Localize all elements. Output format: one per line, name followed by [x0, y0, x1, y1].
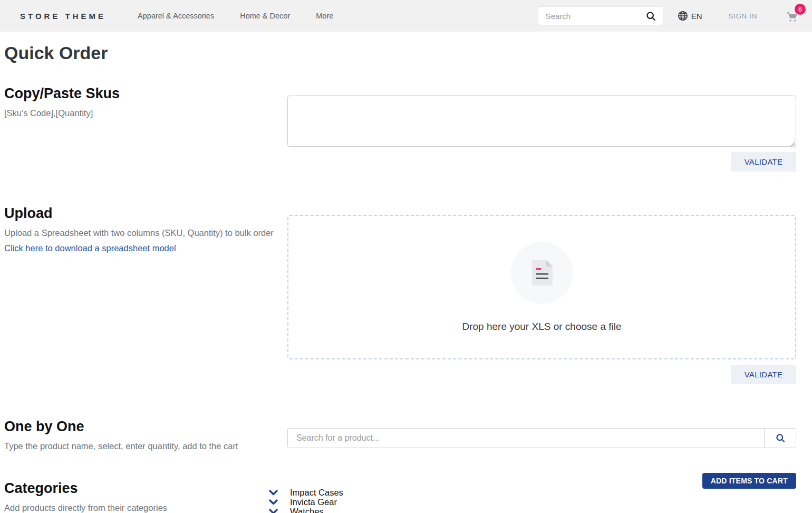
- copy-paste-heading: Copy/Paste Skus: [4, 86, 277, 101]
- upload-heading: Upload: [4, 205, 277, 221]
- category-row-invicta-gear[interactable]: Invicta Gear: [269, 497, 343, 507]
- copy-paste-actions: VALIDATE: [287, 152, 796, 172]
- chevron-down-icon[interactable]: [269, 490, 278, 496]
- cart-button[interactable]: 6: [786, 10, 799, 22]
- product-search-button[interactable]: [764, 429, 796, 448]
- header-right: EN SIGN IN 6: [538, 6, 799, 25]
- page-title: Quick Order: [4, 43, 796, 63]
- categories-content: Impact Cases Invicta Gear: [269, 473, 796, 513]
- copy-paste-section: Copy/Paste Skus [Sku's Code],[Quantity] …: [4, 86, 796, 172]
- product-search-input[interactable]: [288, 429, 764, 448]
- search-icon: [645, 11, 656, 22]
- one-by-one-info: One by One Type the product name, select…: [4, 419, 287, 452]
- category-row-watches[interactable]: Watches: [269, 507, 343, 513]
- categories-section: Categories Add products directly from th…: [4, 473, 796, 513]
- add-items-to-cart-button[interactable]: ADD ITEMS TO CART: [702, 473, 796, 489]
- chevron-down-icon[interactable]: [269, 509, 278, 513]
- nav-item-apparel[interactable]: Apparel & Accessories: [138, 12, 214, 20]
- nav-item-more[interactable]: More: [316, 12, 333, 20]
- store-logo[interactable]: STORE THEME: [20, 12, 106, 21]
- categories-description: Add products directly from their categor…: [4, 502, 258, 513]
- header: STORE THEME Apparel & Accessories Home &…: [0, 0, 812, 32]
- language-label: EN: [691, 12, 702, 21]
- upload-form: Drop here your XLS or choose a file VALI…: [287, 205, 796, 384]
- search-icon: [775, 433, 786, 443]
- language-selector[interactable]: EN: [678, 11, 702, 21]
- file-dropzone[interactable]: Drop here your XLS or choose a file: [287, 215, 796, 359]
- one-by-one-section: One by One Type the product name, select…: [4, 419, 796, 452]
- categories-info: Categories Add products directly from th…: [4, 473, 269, 513]
- sku-textarea[interactable]: [287, 96, 796, 147]
- chevron-down-icon[interactable]: [269, 499, 278, 505]
- main-nav: Apparel & Accessories Home & Decor More: [138, 12, 333, 20]
- upload-validate-button[interactable]: VALIDATE: [731, 365, 796, 384]
- category-label[interactable]: Watches: [290, 507, 324, 513]
- category-label[interactable]: Impact Cases: [290, 488, 343, 498]
- category-list: Impact Cases Invicta Gear: [269, 488, 343, 513]
- upload-section: Upload Upload a Spreadsheet with two col…: [4, 205, 796, 384]
- categories-heading: Categories: [4, 480, 258, 496]
- category-label[interactable]: Invicta Gear: [290, 497, 337, 507]
- dropzone-text: Drop here your XLS or choose a file: [462, 321, 621, 332]
- copy-paste-info: Copy/Paste Skus [Sku's Code],[Quantity]: [4, 86, 287, 172]
- download-spreadsheet-link[interactable]: Click here to download a spreadsheet mod…: [4, 243, 176, 253]
- copy-paste-form: VALIDATE: [287, 86, 796, 172]
- quick-order-page: Quick Order Copy/Paste Skus [Sku's Code]…: [0, 43, 812, 513]
- category-row-impact-cases[interactable]: Impact Cases: [269, 488, 343, 497]
- upload-description: Upload a Spreadsheet with two columns (S…: [4, 227, 277, 239]
- copy-paste-format-hint: [Sku's Code],[Quantity]: [4, 108, 277, 119]
- nav-item-home-decor[interactable]: Home & Decor: [240, 12, 290, 20]
- upload-actions: VALIDATE: [287, 365, 796, 384]
- one-by-one-description: Type the product name, select, enter qua…: [4, 441, 277, 452]
- sign-in-button[interactable]: SIGN IN: [729, 12, 757, 20]
- one-by-one-form: [287, 419, 796, 452]
- header-search-input[interactable]: [546, 12, 644, 21]
- file-icon: [531, 260, 553, 286]
- upload-info: Upload Upload a Spreadsheet with two col…: [4, 205, 287, 384]
- one-by-one-heading: One by One: [4, 419, 277, 434]
- dropzone-circle: [511, 242, 573, 304]
- header-search-button[interactable]: [644, 10, 658, 23]
- product-search-box: [287, 428, 796, 448]
- header-search-box: [538, 6, 663, 25]
- cart-count-badge: 6: [795, 4, 806, 15]
- copy-paste-validate-button[interactable]: VALIDATE: [731, 152, 796, 172]
- globe-icon: [678, 11, 688, 21]
